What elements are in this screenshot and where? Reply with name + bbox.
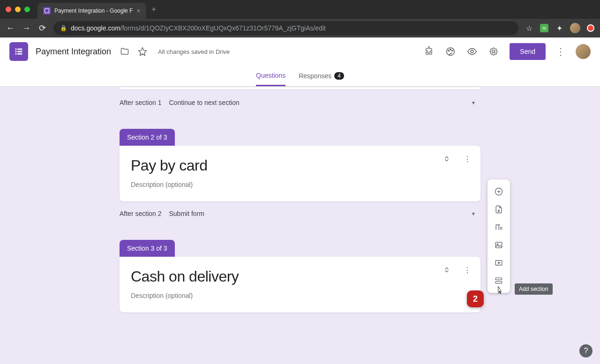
svg-rect-15 [495,242,502,248]
bookmark-star-icon[interactable]: ☆ [525,24,533,32]
section-more-icon[interactable]: ⋮ [463,154,472,163]
after-section-1-select[interactable]: Continue to next section ▼ [169,99,481,106]
add-video-button[interactable] [490,254,507,271]
form-canvas: After section 1 Continue to next section… [0,87,600,364]
svg-rect-2 [15,51,17,52]
forward-button[interactable]: → [22,23,31,33]
window-close-button[interactable] [6,7,11,12]
annotation-badge: 2 [467,290,484,307]
user-avatar[interactable] [576,44,591,59]
notification-dot-icon[interactable] [587,24,594,32]
forms-logo-icon[interactable] [9,42,28,61]
previous-section-peek [120,87,480,89]
import-question-button[interactable] [490,201,507,218]
svg-point-10 [471,50,474,53]
svg-point-11 [493,50,495,53]
responses-count-badge: 4 [334,72,344,80]
window-controls [6,7,30,12]
preview-icon[interactable] [466,46,478,57]
svg-point-9 [452,50,453,51]
url-domain: docs.google.com [71,24,120,32]
svg-rect-5 [17,53,22,55]
after-section-2-row: After section 2 Submit form ▼ [120,207,480,227]
section-3-description[interactable]: Description (optional) [131,292,469,299]
back-button[interactable]: ← [6,23,15,33]
chevron-down-icon: ▼ [471,100,476,105]
address-bar[interactable]: 🔒 docs.google.com/forms/d/1QOZIyCXBX200o… [53,21,518,35]
section-3-title[interactable]: Cash on delivery [131,268,469,285]
svg-rect-1 [17,49,22,50]
mailbox-icon[interactable]: ✉ [540,24,548,32]
tab-responses[interactable]: Responses 4 [299,66,344,86]
add-section-button[interactable] [490,272,507,289]
section-2-title[interactable]: Pay by card [131,157,469,174]
add-question-button[interactable] [490,183,507,200]
window-minimize-button[interactable] [15,7,21,12]
collapse-icon[interactable] [442,154,451,163]
url-path: /forms/d/1QOZIyCXBX200oXEgUQxQx671z31Or5… [120,24,326,32]
chevron-down-icon: ▼ [471,211,476,216]
after-section-2-label: After section 2 [120,210,162,217]
svg-point-7 [449,50,450,51]
section-more-icon[interactable]: ⋮ [463,265,472,275]
after-section-2-select[interactable]: Submit form ▼ [169,210,481,217]
svg-rect-19 [495,282,502,283]
section-2-card[interactable]: ⋮ Pay by card Description (optional) [120,146,480,201]
after-section-1-label: After section 1 [120,99,162,106]
palette-icon[interactable] [445,46,456,57]
after-section-1-row: After section 1 Continue to next section… [120,96,480,116]
tab-questions-label: Questions [256,72,285,79]
profile-avatar-icon[interactable] [570,23,580,33]
add-image-button[interactable] [490,237,507,253]
tab-title: Payment Integration - Google F [54,7,133,14]
extensions-icon[interactable]: ✦ [555,24,563,32]
editor-tabs: Questions Responses 4 [0,66,600,87]
svg-rect-18 [495,278,502,280]
collapse-icon[interactable] [442,265,451,275]
star-icon[interactable] [136,45,149,58]
after-section-1-value: Continue to next section [169,99,240,106]
forms-favicon-icon [43,7,51,15]
tab-questions[interactable]: Questions [256,66,285,86]
floating-toolbar [488,179,510,293]
section-2: Section 2 of 3 ⋮ Pay by card Description… [120,116,480,201]
app-header: Payment Integration All changes saved in… [0,37,600,66]
folder-icon[interactable] [119,45,131,58]
settings-icon[interactable] [488,46,499,57]
svg-point-8 [450,49,451,50]
section-2-description[interactable]: Description (optional) [131,181,469,188]
tab-responses-label: Responses [299,72,331,80]
reload-button[interactable]: ⟳ [38,23,47,33]
document-title[interactable]: Payment Integration [36,47,111,57]
svg-rect-0 [15,49,17,50]
help-button[interactable]: ? [579,344,592,357]
send-button[interactable]: Send [510,43,546,60]
more-menu-icon[interactable]: ⋮ [556,46,565,57]
section-2-tag: Section 2 of 3 [120,129,175,146]
new-tab-button[interactable]: + [152,5,156,14]
section-3-card[interactable]: ⋮ Cash on delivery Description (optional… [120,257,480,312]
section-3: Section 3 of 3 ⋮ Cash on delivery Descri… [120,227,480,312]
svg-rect-3 [17,51,22,52]
after-section-2-value: Submit form [169,210,204,217]
browser-tab[interactable]: Payment Integration - Google F × [38,3,146,19]
browser-chrome: Payment Integration - Google F × + ← → ⟳… [0,0,600,37]
section-3-tag: Section 3 of 3 [120,240,175,257]
window-maximize-button[interactable] [24,7,30,12]
save-status: All changes saved in Drive [158,48,230,55]
add-section-tooltip: Add section [515,283,553,295]
addons-icon[interactable] [423,46,435,57]
lock-icon: 🔒 [60,25,67,31]
svg-rect-4 [15,53,17,55]
tab-close-icon[interactable]: × [136,7,140,15]
add-title-button[interactable] [490,219,507,236]
